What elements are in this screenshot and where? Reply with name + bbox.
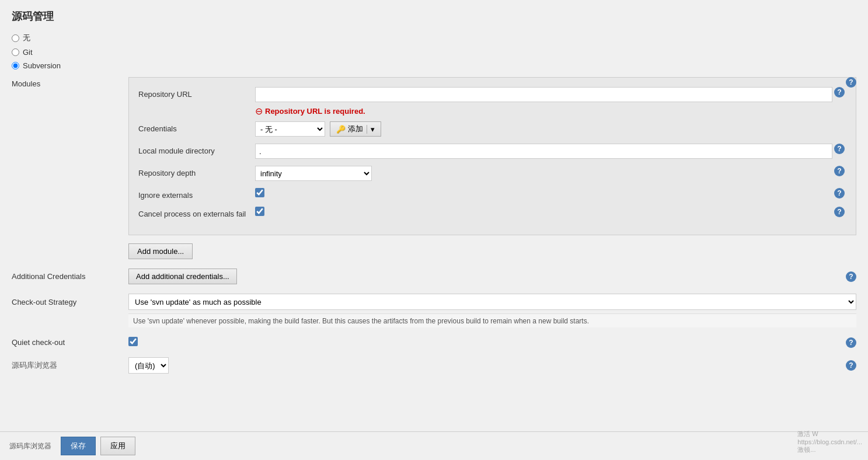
ignore-externals-control <box>255 188 832 197</box>
repo-browser-control: (自动) <box>128 357 856 374</box>
quiet-checkout-help-icon[interactable]: ? <box>846 337 856 348</box>
ignore-externals-row: Ignore externals ? <box>138 188 846 200</box>
ignore-externals-help[interactable]: ? <box>832 188 846 198</box>
radio-git-input[interactable] <box>12 48 19 56</box>
additional-credentials-help-icon[interactable]: ? <box>846 271 856 282</box>
save-button[interactable]: 保存 <box>61 437 96 455</box>
repo-browser-help[interactable]: ? <box>846 360 856 371</box>
cancel-process-row: Cancel process on externals fail ? <box>138 207 846 218</box>
watermark-text2: https://blog.csdn.net/... <box>797 438 862 445</box>
credentials-control: - 无 - 🔑 添加 ▾ <box>255 121 846 137</box>
additional-credentials-row: Additional Credentials Add additional cr… <box>12 269 856 284</box>
repo-url-error-row: ⊖ Repository URL is required. <box>255 106 846 117</box>
error-icon: ⊖ <box>255 106 263 117</box>
modules-content: Repository URL ? ⊖ Repository URL is req… <box>128 77 856 269</box>
add-module-button[interactable]: Add module... <box>128 243 193 259</box>
quiet-checkout-checkbox[interactable] <box>128 337 138 346</box>
ignore-externals-checkbox[interactable] <box>255 188 264 197</box>
repo-depth-control: infinity empty files immediates <box>255 166 832 181</box>
scm-radio-group: 无 Git Subversion <box>12 33 856 70</box>
repo-url-error-msg: Repository URL is required. <box>265 107 365 116</box>
repo-depth-row: Repository depth infinity empty files im… <box>138 166 846 181</box>
cancel-process-help-icon[interactable]: ? <box>834 207 845 217</box>
radio-subversion-input[interactable] <box>12 62 19 69</box>
repo-depth-help-icon[interactable]: ? <box>834 166 845 176</box>
local-dir-control <box>255 144 832 159</box>
checkout-strategy-select[interactable]: Use 'svn update' as much as possible Alw… <box>128 294 856 310</box>
radio-git-label: Git <box>23 48 33 57</box>
checkout-strategy-control: Use 'svn update' as much as possible Alw… <box>128 294 856 310</box>
credentials-select[interactable]: - 无 - <box>255 121 325 137</box>
cancel-process-help[interactable]: ? <box>832 207 846 217</box>
additional-credentials-control: Add additional credentials... <box>128 269 237 284</box>
add-additional-credentials-button[interactable]: Add additional credentials... <box>128 269 237 284</box>
checkout-strategy-desc-text: Use 'svn update' whenever possible, maki… <box>133 317 589 325</box>
add-credentials-button[interactable]: 🔑 添加 ▾ <box>330 121 381 137</box>
quiet-checkout-label: Quiet check-out <box>12 338 128 347</box>
watermark-text3: 激顿... <box>797 445 862 454</box>
add-credentials-chevron: ▾ <box>367 125 375 134</box>
checkout-strategy-row: Check-out Strategy Use 'svn update' as m… <box>12 294 856 310</box>
checkout-strategy-section: Check-out Strategy Use 'svn update' as m… <box>12 294 856 327</box>
repo-url-input[interactable] <box>255 87 832 102</box>
subversion-help[interactable]: ? <box>846 77 856 88</box>
cancel-process-label: Cancel process on externals fail <box>138 207 255 218</box>
additional-credentials-help[interactable]: ? <box>846 271 856 282</box>
add-credentials-label: 添加 <box>348 124 363 134</box>
local-dir-help-icon[interactable]: ? <box>834 144 845 154</box>
bottom-label: 源码库浏览器 <box>9 441 51 451</box>
quiet-checkout-control <box>128 337 138 348</box>
apply-button[interactable]: 应用 <box>100 437 135 455</box>
checkout-strategy-description: Use 'svn update' whenever possible, maki… <box>128 313 856 327</box>
credentials-row: Credentials - 无 - 🔑 添加 ▾ <box>138 121 846 137</box>
credentials-label: Credentials <box>138 121 255 133</box>
key-icon: 🔑 <box>336 125 346 134</box>
cancel-process-checkbox[interactable] <box>255 207 264 216</box>
watermark-text1: 激活 W <box>797 430 862 438</box>
repo-url-row: Repository URL ? <box>138 87 846 102</box>
radio-git[interactable]: Git <box>12 48 856 57</box>
repo-depth-label: Repository depth <box>138 166 255 177</box>
repo-browser-select[interactable]: (自动) <box>128 357 169 374</box>
add-module-container: Add module... <box>128 240 856 259</box>
page-container: 源码管理 无 Git Subversion ? Modules Reposito <box>0 0 868 460</box>
watermark: 激活 W https://blog.csdn.net/... 激顿... <box>797 430 862 454</box>
repo-browser-label: 源码库浏览器 <box>12 360 128 371</box>
repo-url-control <box>255 87 832 102</box>
repo-url-help-icon[interactable]: ? <box>834 87 845 97</box>
radio-none[interactable]: 无 <box>12 33 856 43</box>
page-title: 源码管理 <box>12 9 856 23</box>
ignore-externals-help-icon[interactable]: ? <box>834 188 845 198</box>
subversion-help-icon[interactable]: ? <box>846 77 856 88</box>
repo-url-label: Repository URL <box>138 87 255 99</box>
radio-subversion-label: Subversion <box>23 61 61 70</box>
repo-depth-select[interactable]: infinity empty files immediates <box>255 166 372 181</box>
radio-none-input[interactable] <box>12 34 19 42</box>
repo-browser-row: 源码库浏览器 (自动) ? <box>12 357 856 374</box>
modules-label: Modules <box>12 77 128 269</box>
repo-depth-help[interactable]: ? <box>832 166 846 176</box>
checkout-strategy-label: Check-out Strategy <box>12 298 128 306</box>
bottom-bar: 源码库浏览器 保存 应用 <box>0 431 868 460</box>
additional-credentials-label: Additional Credentials <box>12 272 128 281</box>
local-dir-help[interactable]: ? <box>832 144 846 154</box>
local-dir-label: Local module directory <box>138 144 255 155</box>
radio-none-label: 无 <box>23 33 30 43</box>
subversion-section: ? Modules Repository URL ? ⊖ <box>12 77 856 269</box>
repo-url-help[interactable]: ? <box>832 87 846 97</box>
ignore-externals-label: Ignore externals <box>138 188 255 200</box>
quiet-checkout-help[interactable]: ? <box>846 337 856 348</box>
cancel-process-control <box>255 207 832 216</box>
quiet-checkout-row: Quiet check-out ? <box>12 337 856 348</box>
radio-subversion[interactable]: Subversion <box>12 61 856 70</box>
repo-browser-help-icon[interactable]: ? <box>846 360 856 371</box>
local-dir-input[interactable] <box>255 144 832 159</box>
local-dir-row: Local module directory ? <box>138 144 846 159</box>
modules-panel: Repository URL ? ⊖ Repository URL is req… <box>128 77 856 235</box>
